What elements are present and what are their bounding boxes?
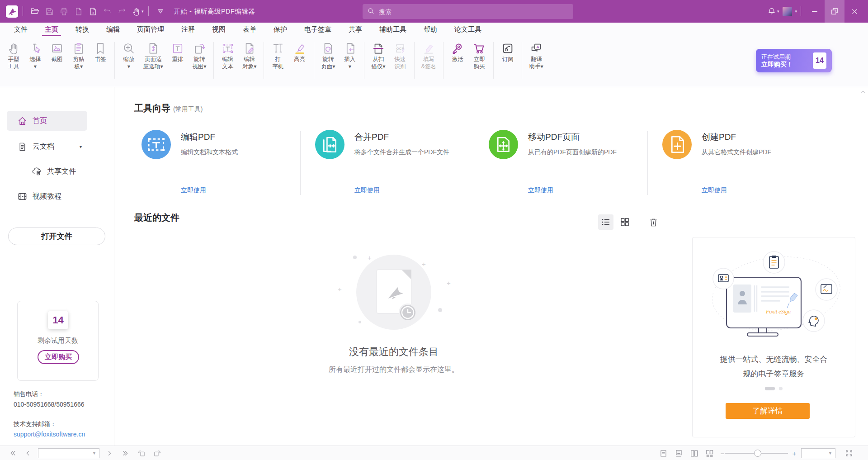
sidebar-item-home[interactable]: 首页: [7, 111, 87, 131]
delete-page-button[interactable]: [71, 4, 85, 19]
close-button[interactable]: [844, 0, 864, 23]
prev-page-button[interactable]: [23, 446, 33, 460]
ribbon-button-label: 剪贴: [73, 56, 85, 63]
ribbon-bookmark-button[interactable]: 书签: [90, 36, 111, 87]
tool-card-description: 编辑文档和文本格式: [181, 148, 238, 156]
ribbon-rotate-view-button[interactable]: 旋转视图▾: [189, 36, 210, 87]
fullscreen-button[interactable]: [842, 446, 856, 460]
open-file-big-button[interactable]: 打开文件: [8, 228, 105, 245]
redo-button[interactable]: [114, 4, 129, 19]
list-view-button[interactable]: [598, 214, 613, 230]
ribbon-translate-button[interactable]: A翻译助手▾: [525, 36, 547, 87]
ribbon-fill-sign-button[interactable]: 填写&签名: [418, 36, 440, 87]
ribbon-select-button[interactable]: 选择▾: [24, 36, 46, 87]
ribbon-reflow-button[interactable]: 重排: [167, 36, 189, 87]
use-now-link[interactable]: 立即使用: [702, 186, 727, 194]
ribbon-typewriter-button[interactable]: 打字机: [267, 36, 289, 87]
menu-tab-14[interactable]: 论文工具: [446, 23, 490, 36]
menu-tab-10[interactable]: 电子签章: [296, 23, 340, 36]
clear-recent-trash-button[interactable]: [646, 214, 661, 230]
restore-button[interactable]: [825, 0, 844, 23]
merge-pdf-icon[interactable]: [315, 130, 344, 159]
ribbon-edit-text-button[interactable]: 编辑文本: [217, 36, 239, 87]
chevron-down-icon[interactable]: ▾: [142, 9, 144, 14]
empty-state-subtitle: 所有最近打开过的文件都会显示在这里。: [263, 365, 525, 375]
ribbon-group-divider: [493, 42, 494, 79]
use-now-link[interactable]: 立即使用: [181, 186, 206, 194]
print-button[interactable]: [57, 4, 71, 19]
ribbon-clipboard-button[interactable]: 剪贴板▾: [68, 36, 90, 87]
trial-days-label: 剩余试用天数: [18, 337, 98, 345]
continuous-view-button[interactable]: [672, 446, 685, 460]
trial-badge[interactable]: 正在试用期 立即购买！ 14: [756, 49, 832, 72]
menu-tab-5[interactable]: 页面管理: [128, 23, 173, 36]
sidebar-item-cloud-doc[interactable]: 云文档▾: [7, 138, 87, 156]
ribbon-rotate-pages-button[interactable]: 旋转页面▾: [317, 36, 339, 87]
menu-tab-2[interactable]: 主页: [36, 23, 67, 36]
ribbon-fit-page-button[interactable]: 页面适应选项▾: [140, 36, 167, 87]
last-page-button[interactable]: [119, 446, 132, 460]
use-now-link[interactable]: 立即使用: [528, 186, 553, 194]
first-page-button[interactable]: [6, 446, 19, 460]
scrollbar-up-icon[interactable]: [860, 89, 866, 97]
zoom-level-combobox[interactable]: ▼: [801, 448, 835, 458]
ribbon-snapshot-button[interactable]: 截图: [46, 36, 68, 87]
menu-tab-12[interactable]: 辅助工具: [371, 23, 415, 36]
undo-button[interactable]: [100, 4, 114, 19]
move-pdf-icon[interactable]: [489, 130, 518, 159]
single-page-view-button[interactable]: [656, 446, 670, 460]
ribbon-ocr-button[interactable]: OCR快速识别: [389, 36, 411, 87]
search-input[interactable]: [363, 4, 573, 19]
menu-tab-4[interactable]: 编辑: [98, 23, 128, 36]
add-page-button[interactable]: [85, 4, 100, 19]
ribbon-edit-object-button[interactable]: 编辑对象▾: [239, 36, 260, 87]
facing-view-button[interactable]: [687, 446, 701, 460]
ribbon-activate-button[interactable]: 激活: [447, 36, 468, 87]
rotate-left-button[interactable]: [135, 446, 148, 460]
carousel-dot[interactable]: [779, 387, 783, 390]
chevron-down-icon[interactable]: ▾: [795, 9, 797, 14]
menu-tab-3[interactable]: 转换: [67, 23, 98, 36]
chevron-down-icon[interactable]: ▾: [777, 9, 779, 14]
ribbon-group: 填写&签名: [418, 36, 440, 87]
menu-tab-13[interactable]: 帮助: [415, 23, 446, 36]
chevron-down-icon[interactable]: ▾: [80, 144, 82, 149]
menu-tab-8[interactable]: 表单: [234, 23, 265, 36]
menu-tab-9[interactable]: 保护: [265, 23, 296, 36]
ribbon-subscribe-button[interactable]: 订阅: [497, 36, 519, 87]
grid-view-button[interactable]: [617, 214, 632, 230]
ribbon-scanner-button[interactable]: 从扫描仪▾: [368, 36, 389, 87]
menu-tab-7[interactable]: 视图: [203, 23, 234, 36]
minimize-button[interactable]: [805, 0, 825, 23]
carousel-dots[interactable]: [693, 387, 855, 390]
save-button[interactable]: [42, 4, 57, 19]
buy-now-button[interactable]: 立即购买: [38, 350, 79, 364]
ribbon-zoom-button[interactable]: 缩放▾: [118, 36, 140, 87]
zoom-in-button[interactable]: +: [790, 446, 798, 460]
menu-tab-11[interactable]: 共享: [340, 23, 371, 36]
edit-pdf-icon[interactable]: [142, 130, 171, 159]
menu-tab-6[interactable]: 注释: [173, 23, 203, 36]
highlight-icon: [292, 41, 307, 56]
facing-continuous-view-button[interactable]: [703, 446, 716, 460]
next-page-button[interactable]: [104, 446, 115, 460]
ribbon-highlight-button[interactable]: 高亮: [289, 36, 311, 87]
learn-more-button[interactable]: 了解详情: [726, 403, 810, 419]
sidebar-item-video[interactable]: 视频教程: [7, 187, 87, 205]
page-number-combobox[interactable]: ▼: [38, 448, 99, 458]
open-file-button[interactable]: [28, 4, 42, 19]
ribbon-hand-tool-button[interactable]: 手型工具: [3, 36, 24, 87]
toolbar-collapse-button[interactable]: [153, 4, 168, 19]
ribbon-cart-button[interactable]: 立即购买: [468, 36, 490, 87]
zoom-slider-handle[interactable]: [754, 450, 761, 457]
use-now-link[interactable]: 立即使用: [354, 186, 380, 194]
carousel-dot-active[interactable]: [765, 387, 775, 390]
ribbon-insert-pages-button[interactable]: 插入▾: [339, 36, 361, 87]
sidebar-item-share-file[interactable]: 共享文件: [7, 162, 87, 180]
create-pdf-icon[interactable]: [662, 130, 692, 159]
empty-state-title: 没有最近的文件条目: [263, 345, 525, 359]
menu-tab-1[interactable]: 文件: [5, 23, 36, 36]
support-email-link[interactable]: support@foxitsoftware.cn: [14, 431, 85, 438]
user-avatar[interactable]: [783, 7, 792, 16]
rotate-right-button[interactable]: [150, 446, 164, 460]
